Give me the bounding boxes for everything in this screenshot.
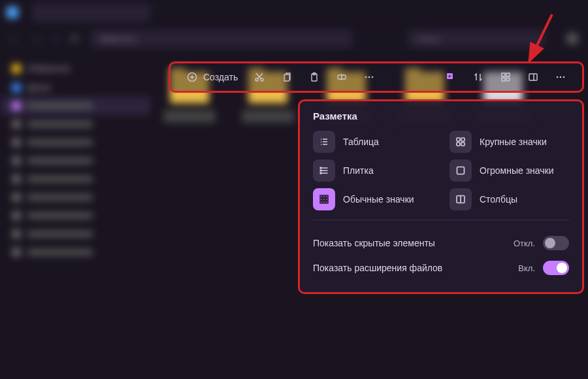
- more-actions-button[interactable]: [357, 67, 382, 87]
- svg-rect-20: [461, 138, 465, 141]
- layout-panel: Разметка Таблица Крупные значки Плитка О…: [298, 99, 584, 294]
- svg-point-9: [372, 76, 374, 78]
- rename-icon: [336, 71, 348, 83]
- svg-rect-21: [457, 142, 460, 146]
- square-icon: [449, 159, 472, 182]
- svg-point-8: [368, 76, 370, 78]
- layout-icon: [500, 71, 512, 83]
- columns-icon: [449, 188, 472, 210]
- svg-rect-32: [326, 199, 328, 201]
- clipboard-icon: [308, 71, 320, 83]
- plus-icon: [186, 71, 198, 83]
- svg-rect-28: [323, 195, 325, 197]
- svg-rect-26: [457, 167, 465, 174]
- svg-rect-34: [323, 201, 325, 203]
- svg-rect-22: [461, 142, 465, 146]
- layout-button[interactable]: [493, 67, 518, 87]
- svg-rect-3: [284, 74, 289, 81]
- svg-point-2: [261, 78, 263, 81]
- toolbar-highlight: Создать: [169, 61, 584, 93]
- svg-rect-12: [506, 73, 510, 76]
- layout-opt-large[interactable]: Крупные значки: [449, 131, 569, 153]
- svg-rect-31: [323, 199, 325, 201]
- grid-large-icon: [449, 131, 472, 153]
- svg-rect-33: [320, 201, 322, 203]
- svg-point-25: [320, 173, 321, 174]
- sort-button[interactable]: [466, 67, 491, 87]
- paste-button[interactable]: [302, 67, 327, 87]
- toggle-ext-label: Показать расширения файлов: [313, 263, 442, 273]
- layout-opt-tiles[interactable]: Плитка: [313, 159, 433, 182]
- dots-icon: [555, 71, 566, 83]
- toggle-hidden-state: Откл.: [514, 239, 535, 248]
- panel-title: Разметка: [313, 110, 569, 122]
- svg-rect-15: [529, 74, 537, 80]
- toggle-hidden-row: Показать скрытые элементы Откл.: [313, 231, 569, 255]
- svg-point-17: [560, 76, 562, 78]
- layout-opt-table[interactable]: Таблица: [313, 131, 433, 153]
- cut-button[interactable]: [247, 67, 272, 87]
- create-button[interactable]: Создать: [180, 67, 244, 87]
- dots-icon: [363, 71, 375, 83]
- create-label: Создать: [203, 72, 238, 82]
- toggle-ext-state: Вкл.: [518, 263, 535, 273]
- svg-rect-19: [457, 138, 460, 141]
- list-details-icon: [313, 131, 335, 153]
- grid-medium-icon: [313, 188, 335, 210]
- svg-rect-27: [320, 195, 322, 197]
- svg-rect-13: [502, 78, 505, 81]
- select-all-button[interactable]: [438, 67, 463, 87]
- copy-icon: [281, 71, 293, 83]
- layout-opt-xlarge[interactable]: Огромные значки: [449, 159, 569, 182]
- pane-icon: [527, 71, 539, 83]
- rename-button[interactable]: [329, 67, 354, 87]
- svg-point-1: [255, 78, 258, 81]
- toggle-ext-row: Показать расширения файлов Вкл.: [313, 255, 569, 280]
- sort-icon: [472, 71, 484, 83]
- svg-point-14: [506, 78, 510, 81]
- svg-point-16: [557, 76, 559, 78]
- svg-rect-35: [326, 201, 328, 203]
- scissors-icon: [253, 71, 265, 83]
- layout-opt-medium[interactable]: Обычные значки: [313, 188, 433, 210]
- toggle-ext[interactable]: [543, 261, 569, 275]
- svg-point-23: [320, 167, 321, 169]
- toggle-hidden[interactable]: [543, 236, 569, 250]
- svg-rect-11: [502, 73, 505, 76]
- svg-point-18: [563, 76, 565, 78]
- overflow-button[interactable]: [548, 67, 573, 87]
- toggle-hidden-label: Показать скрытые элементы: [313, 238, 435, 248]
- tiles-icon: [313, 159, 335, 182]
- preview-pane-button[interactable]: [521, 67, 546, 87]
- svg-point-7: [365, 76, 367, 78]
- select-icon: [445, 71, 457, 83]
- layout-opt-columns[interactable]: Столбцы: [449, 188, 569, 210]
- copy-button[interactable]: [274, 67, 299, 87]
- svg-rect-30: [320, 199, 322, 201]
- svg-point-24: [320, 170, 321, 171]
- svg-rect-29: [326, 195, 328, 197]
